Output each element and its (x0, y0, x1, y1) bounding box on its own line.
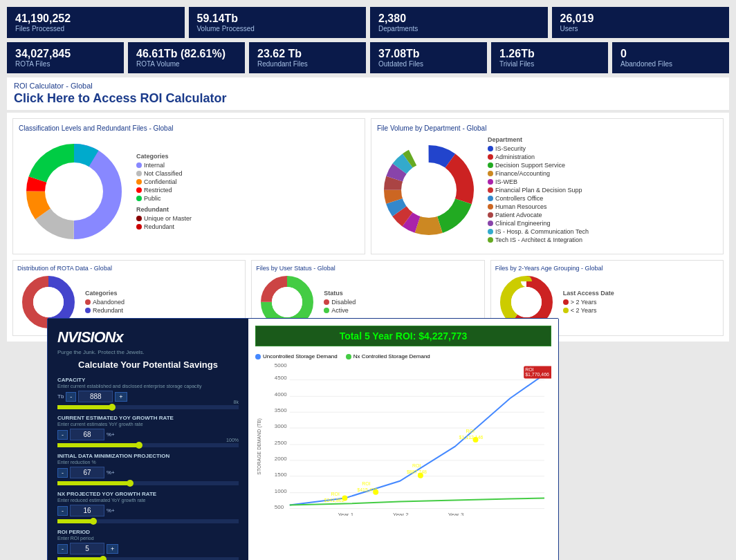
svg-text:STORAGE DEMAND (TB): STORAGE DEMAND (TB) (257, 418, 262, 474)
stat-value-abandoned-files: 0 (620, 48, 721, 60)
roi-calculator-button[interactable]: Click Here to Access ROI Calculator (14, 91, 722, 106)
stats-row-2: 34,027,845 ROTA Files 46.61Tb (82.61%) R… (7, 42, 729, 73)
svg-text:Year 3: Year 3 (448, 512, 464, 516)
roi-chart-svg: 500 1000 1500 2000 2500 3000 3500 4000 4… (255, 364, 551, 516)
chart1-legend: Categories Internal Not Classified Confi… (136, 153, 192, 232)
legend-tech-is: Tech IS - Architect & Integration (488, 236, 589, 243)
svg-text:3500: 3500 (275, 407, 287, 413)
growth-rate-minus-btn[interactable]: - (57, 430, 68, 440)
capacity-label: CAPACITY (57, 377, 239, 383)
legend-is-web: IS-WEB (488, 178, 589, 185)
svg-text:3000: 3000 (275, 423, 287, 429)
svg-point-6 (45, 162, 103, 221)
legend-financial-plan: Financial Plan & Decision Supp (488, 187, 589, 194)
minimization-minus-btn[interactable]: - (57, 468, 68, 478)
svg-text:500: 500 (275, 504, 284, 510)
nvision-tagline: Purge the Junk. Protect the Jewels. (57, 349, 239, 355)
legend-finance: Finance/Accounting (488, 170, 589, 177)
chart1-inner: Categories Internal Not Classified Confi… (19, 136, 359, 248)
svg-text:Year 2: Year 2 (393, 512, 409, 516)
chart5-legend: Last Access Date > 2 Years < 2 Years (563, 290, 614, 315)
stat-users: 26,019 Users (552, 7, 730, 38)
stat-outdated-files: 37.08Tb Outdated Files (370, 42, 487, 73)
stat-label-departments: Departments (378, 25, 540, 32)
modal-title: Calculate Your Potential Savings (57, 360, 239, 370)
capacity-minus-btn[interactable]: - (66, 392, 76, 402)
chart2-donut (377, 138, 481, 243)
svg-point-22 (33, 287, 64, 317)
stat-value-trivial-files: 1.26Tb (499, 48, 600, 60)
stat-label-rota-files: ROTA Files (15, 60, 116, 68)
growth-rate-field: CURRENT ESTIMATED YoY GROWTH RATE Enter … (57, 415, 239, 447)
nx-growth-minus-btn[interactable]: - (57, 506, 68, 516)
legend-redundant: Redundant (136, 223, 192, 230)
svg-text:ROI: ROI (525, 367, 533, 372)
growth-rate-input[interactable] (70, 429, 104, 440)
stat-files-processed: 41,190,252 Files Processed (7, 7, 185, 38)
stat-departments: 2,380 Departments (370, 7, 548, 38)
stat-value-users: 26,019 (560, 12, 721, 25)
minimization-sublabel: Enter reduction % (57, 460, 239, 465)
svg-text:2500: 2500 (275, 440, 287, 446)
chart1-categories-title: Categories (136, 153, 192, 160)
dashboard: 41,190,252 Files Processed 59.14Tb Volum… (0, 0, 736, 348)
stat-value-departments: 2,380 (378, 12, 540, 25)
growth-rate-sublabel: Enter current estimates YoY growth rate (57, 422, 239, 427)
legend-not-classified: Not Classified (136, 170, 192, 177)
chart-department: File Volume by Department - Global (371, 118, 724, 254)
legend-internal: Internal (136, 162, 192, 169)
legend-confidential: Confidential (136, 178, 192, 185)
capacity-field: CAPACITY Enter current established and d… (57, 377, 239, 409)
stat-value-volume-processed: 59.14Tb (197, 12, 358, 25)
modal-right-panel: Total 5 Year ROI: $4,227,773 Uncontrolle… (248, 319, 558, 560)
capacity-input[interactable] (78, 391, 113, 402)
svg-text:2000: 2000 (275, 456, 287, 462)
svg-text:$1,770,466: $1,770,466 (525, 372, 549, 377)
chart2-inner: Department IS-Security Administration De… (377, 136, 717, 245)
growth-rate-label: CURRENT ESTIMATED YoY GROWTH RATE (57, 415, 239, 421)
svg-text:4500: 4500 (275, 375, 287, 381)
capacity-plus-btn[interactable]: + (115, 392, 127, 402)
chart4-legend: Status Disabled Active (324, 290, 356, 315)
minimization-input[interactable] (70, 467, 104, 478)
svg-text:1500: 1500 (275, 472, 287, 478)
svg-point-28 (511, 287, 542, 317)
chart3-title: Distribution of ROTA Data - Global (17, 265, 241, 272)
roi-period-plus-btn[interactable]: + (107, 544, 118, 554)
nx-growth-sublabel: Enter reduced estimated YoY growth rate (57, 498, 239, 503)
legend-unique: Unique or Master (136, 215, 192, 222)
legend-is-hosp: IS - Hosp. & Communication Tech (488, 228, 589, 235)
nx-growth-field: Nx PROJECTED YoY GROWTH RATE Enter reduc… (57, 491, 239, 523)
roi-period-label: ROI PERIOD (57, 529, 239, 535)
stat-value-files-processed: 41,190,252 (15, 12, 176, 25)
legend-nx-controlled: Nx Controlled Storage Demand (346, 353, 430, 360)
roi-period-input[interactable] (70, 543, 104, 554)
stat-redundant-files: 23.62 Tb Redundant Files (249, 42, 366, 73)
svg-text:Year 1: Year 1 (338, 512, 353, 516)
svg-text:$887,748: $887,748 (407, 469, 427, 474)
nx-growth-label: Nx PROJECTED YoY GROWTH RATE (57, 491, 239, 497)
chart1-title: Classification Levels and Redundant File… (19, 124, 359, 132)
svg-text:ROI: ROI (466, 429, 475, 433)
nx-growth-input[interactable] (70, 505, 104, 516)
svg-text:$241,862: $241,862 (324, 498, 344, 503)
stat-value-redundant-files: 23.62 Tb (257, 48, 358, 60)
stat-value-rota-files: 34,027,845 (15, 48, 116, 60)
legend-controllers: Controllers Office (488, 195, 589, 202)
legend-patient-advocate: Patient Advocate (488, 212, 589, 218)
stat-label-users: Users (560, 25, 721, 32)
roi-chart-container: 500 1000 1500 2000 2500 3000 3500 4000 4… (255, 364, 551, 560)
nvision-modal: NVISIONx Purge the Junk. Protect the Jew… (47, 318, 559, 560)
chart4-title: Files by User Status - Global (256, 265, 479, 272)
charts-area: Classification Levels and Redundant File… (7, 113, 729, 342)
stat-value-outdated-files: 37.08Tb (378, 48, 479, 60)
chart1-redundant-title: Redundant (136, 206, 192, 213)
stat-abandoned-files: 0 Abandoned Files (612, 42, 729, 73)
total-roi-bar: Total 5 Year ROI: $4,227,773 (255, 326, 551, 346)
svg-point-19 (401, 162, 457, 218)
stat-trivial-files: 1.26Tb Trivial Files (491, 42, 608, 73)
roi-period-minus-btn[interactable]: - (57, 544, 68, 554)
capacity-sublabel: Enter current established and disclosed … (57, 384, 239, 389)
growth-rate-input-row: - %+ (57, 429, 239, 440)
legend-public: Public (136, 195, 192, 202)
